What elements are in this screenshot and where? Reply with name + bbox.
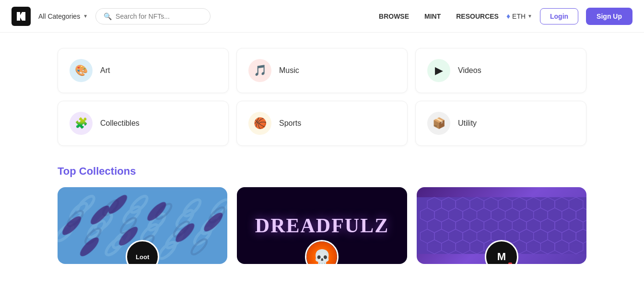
category-label-collectibles: Collectibles	[100, 119, 140, 128]
category-card-music[interactable]: 🎵 Music	[236, 48, 408, 93]
category-icon-music: 🎵	[248, 59, 271, 82]
category-card-art[interactable]: 🎨 Art	[58, 48, 229, 93]
dreadfulz-title: DREADFULZ	[255, 214, 389, 237]
category-card-utility[interactable]: 📦 Utility	[415, 101, 586, 146]
top-collections-title: Top Collections	[58, 165, 586, 178]
categories-grid: 🎨 Art 🎵 Music ▶ Videos 🧩 Collectibles 🏀 …	[58, 48, 586, 146]
category-card-sports[interactable]: 🏀 Sports	[236, 101, 408, 146]
header: All Categories ▼ 🔍 BROWSE MINT RESOURCES…	[0, 0, 644, 33]
collection-card-dreadfulz[interactable]: DREADFULZ 💀	[237, 187, 407, 264]
skull-icon: 💀	[306, 241, 337, 264]
all-categories-dropdown[interactable]: All Categories ▼	[38, 12, 88, 20]
top-collections-prefix: Top	[58, 165, 79, 177]
category-label-art: Art	[100, 66, 110, 75]
logo-icon	[15, 11, 27, 22]
category-label-utility: Utility	[458, 119, 477, 128]
search-input[interactable]	[116, 12, 202, 20]
eth-diamond-icon: ♦	[506, 12, 510, 21]
collection-card-m[interactable]: M	[417, 187, 586, 264]
top-collections-section: Top Collections	[58, 165, 586, 264]
eth-selector[interactable]: ♦ ETH ▼	[506, 12, 532, 21]
category-label-music: Music	[279, 66, 299, 75]
category-icon-sports: 🏀	[248, 112, 271, 135]
login-button[interactable]: Login	[540, 8, 578, 24]
loot-avatar-text: Loot	[136, 253, 149, 261]
top-collections-highlight: Collections	[79, 165, 136, 177]
m-avatar-text: M	[497, 251, 506, 263]
nav: BROWSE MINT RESOURCES	[379, 12, 499, 20]
eth-chevron-icon: ▼	[527, 13, 532, 19]
search-box: 🔍	[95, 8, 211, 24]
category-icon-collectibles: 🧩	[70, 112, 93, 135]
eth-label: ETH	[512, 12, 526, 20]
category-label-videos: Videos	[458, 66, 481, 75]
category-card-videos[interactable]: ▶ Videos	[415, 48, 586, 93]
nav-mint[interactable]: MINT	[424, 12, 441, 20]
search-icon: 🔍	[104, 12, 112, 20]
collection-card-loot[interactable]: Loot	[58, 187, 227, 264]
all-categories-label: All Categories	[38, 12, 80, 20]
main-content: 🎨 Art 🎵 Music ▶ Videos 🧩 Collectibles 🏀 …	[0, 33, 644, 279]
category-icon-utility: 📦	[427, 112, 450, 135]
logo[interactable]	[12, 7, 31, 26]
category-card-collectibles[interactable]: 🧩 Collectibles	[58, 101, 229, 146]
nav-browse[interactable]: BROWSE	[379, 12, 409, 20]
category-label-sports: Sports	[279, 119, 301, 128]
chevron-down-icon: ▼	[83, 13, 88, 19]
category-icon-art: 🎨	[70, 59, 93, 82]
nav-resources[interactable]: RESOURCES	[456, 12, 499, 20]
category-icon-videos: ▶	[427, 59, 450, 82]
collections-grid: Loot DREADFULZ 💀	[58, 187, 586, 264]
signup-button[interactable]: Sign Up	[586, 8, 632, 25]
